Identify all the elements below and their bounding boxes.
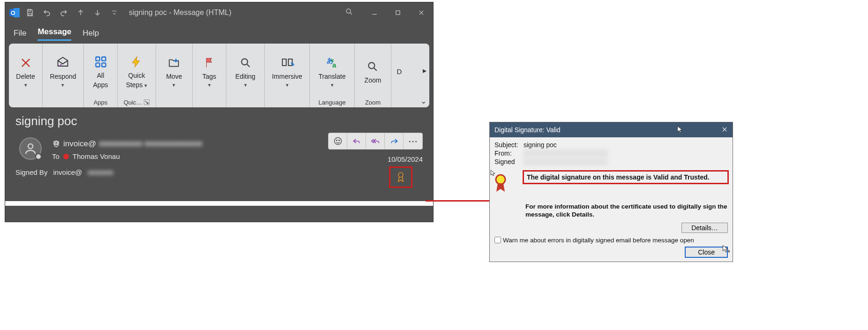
group-label-apps: Apps xyxy=(87,97,114,107)
zoom-button[interactable]: Zoom xyxy=(362,58,384,85)
svg-rect-10 xyxy=(102,63,105,67)
chevron-down-icon: ▾ xyxy=(286,82,289,88)
dialog-close-button[interactable] xyxy=(721,126,728,134)
signature-badge-highlight[interactable] xyxy=(389,166,412,188)
chevron-down-icon: ▾ xyxy=(244,82,247,88)
dialog-signed-row: Signed xyxy=(494,158,728,165)
folder-move-icon xyxy=(166,55,182,71)
to-label: To xyxy=(52,152,60,160)
forward-button[interactable] xyxy=(385,133,404,149)
svg-point-5 xyxy=(346,9,351,13)
down-arrow-icon[interactable] xyxy=(91,7,104,19)
dialog-from-row: From: xyxy=(494,150,728,157)
translate-icon: あa xyxy=(324,55,340,71)
search-icon[interactable] xyxy=(345,8,353,18)
dialog-subject-value: signing poc xyxy=(524,141,557,149)
svg-rect-7 xyxy=(96,57,99,61)
close-button[interactable] xyxy=(410,2,433,23)
svg-rect-9 xyxy=(96,63,99,67)
save-icon[interactable] xyxy=(24,7,36,19)
menu-tabs: File Message Help xyxy=(5,23,433,41)
signed-by-redacted: ■■■■■■ xyxy=(88,168,113,176)
presence-indicator xyxy=(35,153,42,160)
outlook-message-window: O signing poc - Message (HTML) File Mess… xyxy=(5,2,434,222)
collapse-ribbon-icon[interactable]: ⌄ xyxy=(420,97,427,105)
undo-icon[interactable] xyxy=(41,7,53,19)
more-actions-button[interactable]: ⋯ xyxy=(404,133,422,149)
warn-checkbox-row: Warn me about errors in digitally signed… xyxy=(494,237,728,244)
svg-rect-4 xyxy=(29,14,31,16)
message-date: 10/05/2024 xyxy=(388,155,423,163)
svg-point-19 xyxy=(338,140,339,141)
chevron-down-icon: ▾ xyxy=(208,82,211,88)
signed-by-address: invoice@ xyxy=(53,168,82,176)
move-cursor-icon xyxy=(721,245,731,255)
lightning-icon xyxy=(128,54,144,70)
dialog-title: Digital Signature: Valid xyxy=(494,126,561,134)
qat-dropdown-icon[interactable] xyxy=(108,7,120,19)
cursor-pointer-icon xyxy=(676,125,684,135)
header-body-divider xyxy=(5,201,433,206)
zoom-icon xyxy=(365,59,381,75)
editing-button[interactable]: Editing ▾ xyxy=(232,54,258,89)
svg-rect-3 xyxy=(29,9,31,11)
svg-point-11 xyxy=(241,59,247,65)
outlook-app-icon: O xyxy=(9,7,20,18)
all-apps-button[interactable]: All Apps xyxy=(90,53,112,90)
svg-point-16 xyxy=(56,142,57,143)
delete-icon xyxy=(18,55,34,71)
translate-button[interactable]: あa Translate ▾ xyxy=(316,54,349,89)
redo-icon[interactable] xyxy=(58,7,70,19)
certificate-ribbon-icon xyxy=(494,174,508,194)
warn-label: Warn me about errors in digitally signed… xyxy=(503,237,694,244)
warn-checkbox[interactable] xyxy=(494,237,501,243)
maximize-button[interactable] xyxy=(386,2,410,23)
svg-rect-8 xyxy=(102,57,105,61)
read-aloud-icon xyxy=(279,55,295,71)
immersive-button[interactable]: Immersive ▾ xyxy=(269,54,305,89)
ribbon-scroll-right-icon[interactable]: ▸ xyxy=(423,66,427,75)
signed-by-line: Signed By invoice@ ■■■■■■ xyxy=(15,168,113,176)
message-subject: signing poc xyxy=(15,114,423,128)
reply-all-button[interactable] xyxy=(366,133,385,149)
tags-button[interactable]: Tags ▾ xyxy=(199,54,220,89)
minimize-button[interactable] xyxy=(363,2,386,23)
react-smile-button[interactable] xyxy=(329,133,347,149)
svg-point-18 xyxy=(336,140,337,141)
reply-button[interactable] xyxy=(347,133,366,149)
svg-point-20 xyxy=(398,172,403,177)
to-recipient: Thomas Vonau xyxy=(73,152,120,160)
ribbon: Delete ▾ Respond ▾ xyxy=(5,41,433,107)
reply-icon xyxy=(55,55,71,71)
tab-message[interactable]: Message xyxy=(37,27,71,41)
tab-file[interactable]: File xyxy=(14,29,26,41)
chevron-down-icon: ▾ xyxy=(331,82,334,88)
move-button[interactable]: Move ▾ xyxy=(163,54,185,89)
dialog-signed-redacted xyxy=(524,158,608,165)
apps-grid-icon xyxy=(93,54,109,70)
signature-valid-message-highlight: The digital signature on this message is… xyxy=(523,170,729,184)
chevron-down-icon: ▾ xyxy=(144,82,147,88)
message-header: signing poc invoice@ ■■■■■■■■■ ■■■■■■■■■… xyxy=(5,107,433,206)
ribbon-overflow-button[interactable]: D xyxy=(394,67,405,76)
respond-button[interactable]: Respond ▾ xyxy=(47,54,79,89)
details-button[interactable]: Details… xyxy=(681,223,728,233)
svg-point-14 xyxy=(369,62,375,68)
group-label-zoom: Zoom xyxy=(358,97,388,107)
group-label-quicksteps: Quic…↘ xyxy=(120,97,153,107)
up-arrow-icon[interactable] xyxy=(75,7,87,19)
sender-avatar[interactable] xyxy=(19,137,42,160)
tab-help[interactable]: Help xyxy=(82,29,99,41)
quick-steps-button[interactable]: Quick Steps ▾ xyxy=(123,53,150,90)
search-magnifier-icon xyxy=(238,55,254,71)
window-title: signing poc - Message (HTML) xyxy=(129,8,232,17)
delete-button[interactable]: Delete ▾ xyxy=(13,54,37,89)
dialog-titlebar: Digital Signature: Valid xyxy=(490,122,733,137)
dialog-launcher-icon[interactable]: ↘ xyxy=(144,99,150,105)
presence-busy-icon xyxy=(63,154,69,159)
svg-text:a: a xyxy=(332,61,337,69)
svg-text:O: O xyxy=(11,10,15,16)
quick-access-toolbar xyxy=(24,7,120,19)
to-line: To Thomas Vonau xyxy=(52,152,120,160)
from-line: invoice@ ■■■■■■■■■ ■■■■■■■■■■■■ xyxy=(52,139,202,149)
